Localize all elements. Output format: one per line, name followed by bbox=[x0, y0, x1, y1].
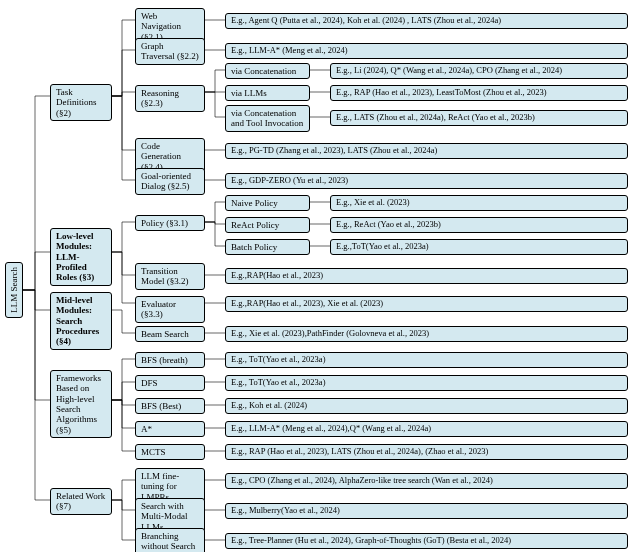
ex-react-policy: E.g., ReAct (Yao et al., 2023b) bbox=[330, 217, 628, 233]
ex-multimodal: E.g., Mulberry(Yao et al., 2024) bbox=[225, 503, 628, 519]
ex-dfs: E.g., ToT(Yao et al., 2023a) bbox=[225, 375, 628, 391]
node-reasoning: Reasoning (§2.3) bbox=[135, 85, 205, 112]
node-naive-policy: Naive Policy bbox=[225, 195, 310, 211]
node-policy: Policy (§3.1) bbox=[135, 215, 205, 231]
node-dfs: DFS bbox=[135, 375, 205, 391]
ex-graph-traversal: E.g., LLM-A* (Meng et al., 2024) bbox=[225, 43, 628, 59]
ex-beam-search: E.g., Xie et al. (2023),PathFinder (Golo… bbox=[225, 326, 628, 342]
node-task-definitions: Task Definitions (§2) bbox=[50, 84, 112, 121]
ex-finetune: E.g., CPO (Zhang et al., 2024), AlphaZer… bbox=[225, 473, 628, 489]
ex-web-navigation: E.g., Agent Q (Putta et al., 2024), Koh … bbox=[225, 13, 628, 29]
ex-bfs-best: E.g., Koh et al. (2024) bbox=[225, 398, 628, 414]
node-frameworks: Frameworks Based on High-level Search Al… bbox=[50, 370, 112, 438]
node-batch-policy: Batch Policy bbox=[225, 239, 310, 255]
node-via-concatenation: via Concatenation bbox=[225, 63, 310, 79]
node-beam-search: Beam Search bbox=[135, 326, 205, 342]
node-related-work: Related Work (§7) bbox=[50, 488, 112, 515]
node-dialog: Goal-oriented Dialog (§2.5) bbox=[135, 168, 205, 195]
root-node: LLM Search bbox=[5, 262, 23, 318]
node-mcts: MCTS bbox=[135, 444, 205, 460]
ex-mcts: E.g., RAP (Hao et al., 2023), LATS (Zhou… bbox=[225, 444, 628, 460]
ex-bfs-breath: E.g., ToT(Yao et al., 2023a) bbox=[225, 352, 628, 368]
ex-naive-policy: E.g., Xie et al. (2023) bbox=[330, 195, 628, 211]
node-bfs-best: BFS (Best) bbox=[135, 398, 205, 414]
ex-astar: E.g., LLM-A* (Meng et al., 2024),Q* (Wan… bbox=[225, 421, 628, 437]
node-bfs-breath: BFS (breath) bbox=[135, 352, 205, 368]
ex-branching: E.g., Tree-Planner (Hu et al., 2024), Gr… bbox=[225, 533, 628, 549]
ex-batch-policy: E.g.,ToT(Yao et al., 2023a) bbox=[330, 239, 628, 255]
ex-transition-model: E.g.,RAP(Hao et al., 2023) bbox=[225, 268, 628, 284]
node-via-tool: via Concatenation and Tool Invocation bbox=[225, 105, 310, 132]
ex-code-generation: E.g., PG-TD (Zhang et al., 2023), LATS (… bbox=[225, 143, 628, 159]
node-evaluator: Evaluator (§3.3) bbox=[135, 296, 205, 323]
node-low-level: Low-level Modules: LLM-Profiled Roles (§… bbox=[50, 228, 112, 286]
ex-evaluator: E.g.,RAP(Hao et al., 2023), Xie et al. (… bbox=[225, 296, 628, 312]
ex-via-concatenation: E.g., Li (2024), Q* (Wang et al., 2024a)… bbox=[330, 63, 628, 79]
node-transition-model: Transition Model (§3.2) bbox=[135, 263, 205, 290]
node-via-llms: via LLMs bbox=[225, 85, 310, 101]
node-react-policy: ReAct Policy bbox=[225, 217, 310, 233]
ex-via-llms: E.g., RAP (Hao et al., 2023), LeastToMos… bbox=[330, 85, 628, 101]
node-mid-level: Mid-level Modules: Search Procedures (§4… bbox=[50, 292, 112, 350]
ex-dialog: E.g., GDP-ZERO (Yu et al., 2023) bbox=[225, 173, 628, 189]
node-graph-traversal: Graph Traversal (§2.2) bbox=[135, 38, 205, 65]
ex-via-tool: E.g., LATS (Zhou et al., 2024a), ReAct (… bbox=[330, 110, 628, 126]
node-branching: Branching without Search bbox=[135, 528, 205, 552]
node-astar: A* bbox=[135, 421, 205, 437]
